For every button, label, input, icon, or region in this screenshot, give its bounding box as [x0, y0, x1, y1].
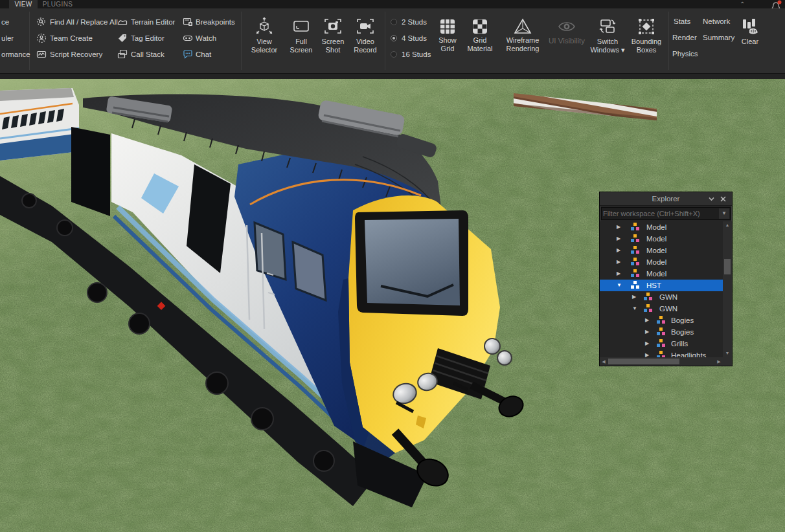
tree-item-model[interactable]: Model [600, 245, 732, 256]
tag-editor-button[interactable]: Tag Editor [131, 34, 165, 43]
group-separator [29, 12, 30, 70]
collapse-arrow-icon[interactable] [617, 282, 623, 289]
chat-icon [183, 49, 193, 60]
expand-arrow-icon[interactable] [645, 317, 652, 324]
call-stack-button[interactable]: Call Stack [131, 50, 165, 59]
expand-arrow-icon[interactable] [617, 259, 623, 265]
grid-material-label-2: Material [467, 45, 492, 52]
clipped-item-label[interactable]: uler [1, 34, 14, 43]
expand-arrow-icon[interactable] [617, 224, 623, 230]
clipped-item-label[interactable]: ormance [1, 50, 30, 59]
ui-visibility-button[interactable]: UI Visibility [544, 18, 589, 45]
tree-item-bogies[interactable]: Bogies [600, 315, 732, 326]
team-create-button[interactable]: Team Create [50, 34, 93, 43]
breakpoints-button[interactable]: Breakpoints [196, 17, 235, 27]
screen-shot-button[interactable]: Screen Shot [316, 17, 350, 54]
model-icon [631, 281, 639, 289]
filter-dropdown-icon[interactable]: ▼ [719, 208, 729, 219]
expand-arrow-icon[interactable] [617, 247, 623, 254]
stats-network-button[interactable]: Network [703, 17, 730, 25]
tree-item-hst-selected[interactable]: HST [600, 280, 732, 291]
tree-item-gwn[interactable]: GWN [600, 303, 732, 315]
stats-physics-button[interactable]: Physics [672, 50, 698, 58]
expand-arrow-icon[interactable] [617, 236, 623, 242]
video-record-button[interactable]: Video Record [347, 17, 383, 54]
tab-plugins[interactable]: PLUGINS [40, 0, 75, 8]
grid-material-label-1: Grid [473, 36, 487, 44]
show-grid-icon [439, 18, 456, 35]
tree-item-bogies[interactable]: Bogies [600, 326, 732, 338]
tree-item-model[interactable]: Model [600, 233, 732, 245]
screen-shot-icon [323, 17, 343, 36]
model-icon [657, 327, 665, 336]
radio-4-studs-label[interactable]: 4 Studs [402, 34, 427, 43]
expand-arrow-icon[interactable] [632, 294, 639, 300]
bounding-boxes-button[interactable]: Bounding Boxes [625, 17, 668, 54]
tab-view-label: VIEW [14, 1, 32, 8]
expand-arrow-icon[interactable] [645, 329, 652, 335]
view-selector-label-2: Selector [251, 46, 277, 54]
stats-render-button[interactable]: Render [672, 34, 697, 41]
model-icon [644, 304, 652, 313]
ribbon-lower-strip [0, 73, 785, 79]
full-screen-icon [291, 17, 311, 36]
chat-button[interactable]: Chat [196, 50, 211, 59]
grid-material-button[interactable]: Grid Material [461, 18, 499, 53]
watch-button[interactable]: Watch [196, 34, 216, 43]
switch-windows-icon [598, 17, 617, 36]
terrain-editor-button[interactable]: Terrain Editor [131, 17, 175, 27]
tree-item-model[interactable]: Model [600, 268, 732, 280]
script-recovery-button[interactable]: Script Recovery [50, 50, 102, 59]
collapse-arrow-icon[interactable] [632, 305, 639, 312]
view-selector-button[interactable]: View Selector [245, 17, 284, 54]
explorer-horizontal-scrollbar[interactable]: ◀ ▶ [600, 357, 723, 366]
panel-close-icon[interactable] [720, 195, 727, 203]
scroll-down-icon[interactable]: ▼ [723, 349, 732, 357]
show-grid-label-2: Grid [441, 45, 455, 52]
expand-arrow-icon[interactable] [617, 271, 623, 277]
explorer-filter-field[interactable]: ▼ [601, 207, 731, 220]
tree-item-headlights[interactable]: Headlights [600, 349, 732, 357]
wireframe-rendering-button[interactable]: Wireframe Rendering [500, 18, 545, 53]
expand-arrow-icon[interactable] [645, 340, 652, 347]
radio-4-studs[interactable] [391, 35, 397, 41]
clipped-item-label[interactable]: ce [1, 17, 9, 27]
full-screen-button[interactable]: Full Screen [283, 17, 319, 54]
clear-stats-icon [740, 17, 760, 36]
horizontal-scroll-thumb[interactable] [608, 359, 679, 364]
show-grid-label-1: Show [438, 36, 457, 44]
vertical-scroll-thumb[interactable] [724, 259, 731, 274]
explorer-title-bar[interactable]: Explorer [600, 192, 732, 206]
radio-16-studs-label[interactable]: 16 Studs [402, 50, 431, 59]
clear-button[interactable]: Clear [735, 17, 765, 46]
explorer-vertical-scrollbar[interactable]: ▲ ▼ [723, 221, 732, 357]
switch-windows-button[interactable]: Switch Windows ▾ [586, 17, 629, 54]
tree-item-gwn[interactable]: GWN [600, 291, 732, 303]
tree-item-model[interactable]: Model [600, 256, 732, 268]
video-record-label-1: Video [356, 38, 374, 45]
panel-chevron-down-icon[interactable] [708, 195, 715, 203]
scroll-right-icon[interactable]: ▶ [715, 357, 723, 366]
stats-summary-button[interactable]: Summary [703, 34, 734, 41]
explorer-panel: Explorer ▼ Model Model Model Model Model… [599, 192, 733, 366]
model-icon [644, 293, 652, 301]
radio-2-studs[interactable] [391, 19, 397, 25]
find-all-replace-all-button[interactable]: Find All / Replace All [50, 17, 118, 27]
tab-view[interactable]: VIEW [9, 0, 38, 8]
switch-windows-label-2: Windows ▾ [590, 46, 624, 54]
model-icon [631, 269, 639, 278]
tree-item-model[interactable]: Model [600, 221, 732, 233]
scroll-left-icon[interactable]: ◀ [600, 357, 608, 366]
ribbon-collapse-chevron-icon[interactable]: ⌃ [740, 1, 745, 8]
radio-16-studs[interactable] [391, 51, 397, 58]
radio-2-studs-label[interactable]: 2 Studs [402, 17, 427, 27]
rear-coach [0, 88, 79, 161]
tree-item-grills[interactable]: Grills [600, 338, 732, 349]
scroll-up-icon[interactable]: ▲ [723, 221, 732, 229]
ui-visibility-icon [557, 18, 576, 35]
expand-arrow-icon[interactable] [645, 352, 652, 357]
stats-stats-button[interactable]: Stats [674, 17, 690, 25]
terrain-editor-icon [117, 17, 128, 27]
explorer-filter-input[interactable] [603, 208, 717, 219]
wireframe-rendering-label-1: Wireframe [506, 36, 540, 44]
